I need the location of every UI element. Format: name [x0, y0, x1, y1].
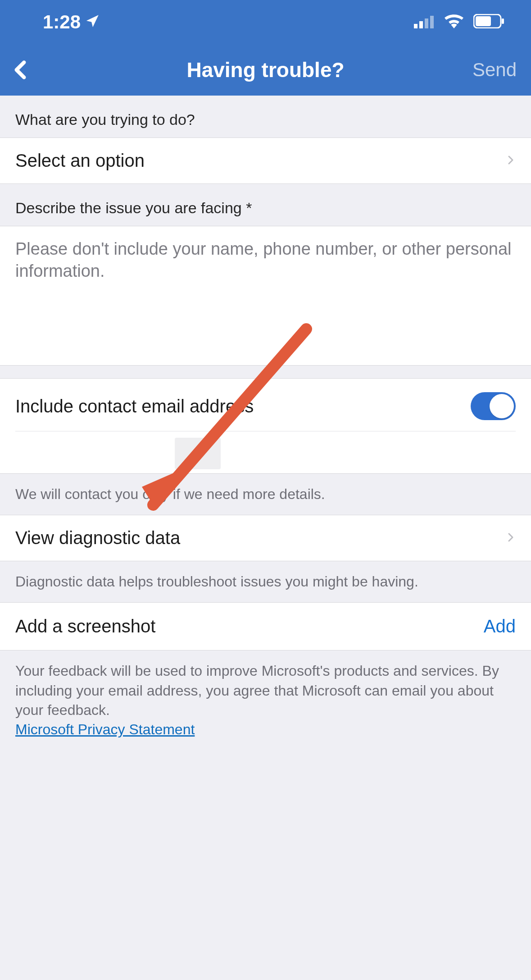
view-diagnostic-row[interactable]: View diagnostic data — [0, 515, 531, 561]
add-screenshot-row: Add a screenshot Add — [0, 602, 531, 650]
email-field[interactable] — [15, 431, 516, 473]
email-redacted — [175, 438, 221, 469]
chevron-right-icon — [505, 529, 516, 548]
chevron-right-icon — [505, 151, 516, 170]
privacy-link[interactable]: Microsoft Privacy Statement — [15, 721, 195, 737]
cellular-signal-icon — [414, 11, 436, 33]
section-header-action: What are you trying to do? — [0, 96, 531, 137]
svg-rect-1 — [419, 21, 423, 28]
nav-bar: Having trouble? Send — [0, 44, 531, 96]
view-diagnostic-label: View diagnostic data — [15, 528, 180, 548]
svg-rect-2 — [425, 18, 428, 28]
status-time: 1:28 — [43, 11, 81, 33]
svg-rect-6 — [502, 18, 504, 24]
add-screenshot-label: Add a screenshot — [15, 616, 155, 637]
svg-rect-0 — [414, 24, 418, 28]
wifi-icon — [444, 11, 465, 33]
status-bar: 1:28 — [0, 0, 531, 44]
battery-icon — [473, 11, 505, 33]
diagnostic-note: Diagnostic data helps troubleshoot issue… — [0, 561, 531, 602]
select-option-label: Select an option — [15, 151, 145, 171]
svg-rect-5 — [476, 16, 491, 26]
page-title: Having trouble? — [186, 58, 344, 82]
select-option-row[interactable]: Select an option — [0, 137, 531, 184]
send-button[interactable]: Send — [472, 59, 517, 81]
svg-rect-3 — [430, 16, 434, 28]
toggle-knob — [490, 394, 514, 418]
include-email-label: Include contact email address — [15, 396, 254, 417]
issue-placeholder: Please don't include your name, phone nu… — [15, 238, 516, 283]
include-email-toggle[interactable] — [471, 392, 516, 420]
section-header-describe: Describe the issue you are facing * — [0, 184, 531, 226]
footer-disclosure: Your feedback will be used to improve Mi… — [0, 650, 531, 750]
location-icon — [85, 11, 100, 33]
add-screenshot-button[interactable]: Add — [484, 616, 516, 637]
issue-textarea[interactable]: Please don't include your name, phone nu… — [0, 226, 531, 366]
back-button[interactable] — [9, 56, 36, 83]
email-note: We will contact you only if we need more… — [0, 474, 531, 515]
footer-text: Your feedback will be used to improve Mi… — [15, 663, 499, 718]
